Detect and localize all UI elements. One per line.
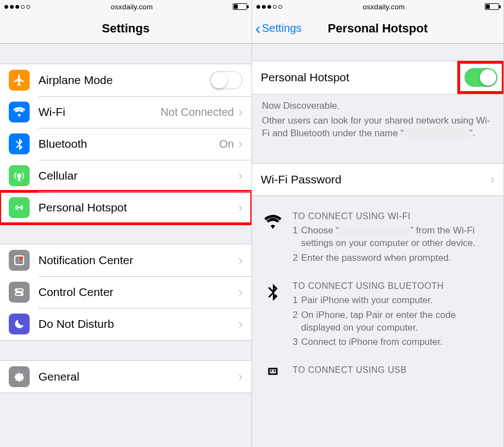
page-title: Settings — [102, 21, 150, 36]
discoverable-title: Now Discoverable. — [262, 100, 494, 113]
chevron-right-icon: › — [238, 369, 243, 384]
dnd-icon — [9, 314, 30, 334]
airplane-toggle[interactable] — [210, 71, 243, 90]
chevron-left-icon: ‹ — [255, 20, 261, 37]
chevron-right-icon: › — [238, 284, 243, 300]
settings-list: Airplane Mode Wi-Fi Not Connected › Blue… — [0, 44, 251, 447]
wifi-label: Wi-Fi — [38, 105, 65, 119]
svg-point-3 — [16, 289, 18, 291]
wifi-icon — [262, 211, 284, 267]
discoverable-text: Now Discoverable. Other users can look f… — [252, 94, 503, 143]
row-wifi-password[interactable]: Wi-Fi Password › — [252, 164, 503, 195]
chevron-right-icon: › — [238, 136, 243, 152]
chevron-right-icon: › — [490, 172, 495, 187]
battery-indicator — [485, 3, 499, 10]
nav-bar: Settings — [0, 13, 251, 44]
chevron-right-icon: › — [238, 316, 243, 332]
battery-indicator — [233, 3, 247, 10]
signal-strength — [4, 5, 31, 9]
hotspot-screen: osxdaily.com ‹ Settings Personal Hotspot… — [252, 0, 504, 447]
row-general[interactable]: General › — [0, 361, 251, 393]
instr-bt-step3: 3Connect to iPhone from computer. — [293, 336, 494, 349]
row-personal-hotspot[interactable]: Personal Hotspot › — [0, 192, 251, 223]
highlight-box — [457, 61, 503, 94]
svg-rect-8 — [273, 370, 275, 372]
instr-usb: TO CONNECT USING USB — [262, 365, 494, 385]
row-do-not-disturb[interactable]: Do Not Disturb › — [0, 308, 251, 340]
instructions: TO CONNECT USING WI-FI 1 Choose “” from … — [252, 211, 503, 385]
chevron-right-icon: › — [238, 253, 243, 268]
bluetooth-icon — [262, 281, 284, 351]
hotspot-toggle-label: Personal Hotspot — [261, 71, 349, 84]
instr-wifi-step2: 2Enter the password when prompted. — [293, 252, 494, 265]
svg-point-1 — [20, 256, 23, 260]
wifi-password-label: Wi-Fi Password — [261, 173, 341, 186]
redacted-name — [339, 226, 410, 235]
wifi-value: Not Connected — [161, 106, 234, 119]
row-airplane-mode[interactable]: Airplane Mode — [0, 64, 251, 96]
gear-icon — [9, 366, 30, 387]
hotspot-icon — [9, 197, 30, 218]
hotspot-label: Personal Hotspot — [38, 201, 127, 214]
notif-label: Notification Center — [38, 254, 133, 267]
row-wifi[interactable]: Wi-Fi Not Connected › — [0, 96, 251, 128]
status-bar: osxdaily.com — [0, 0, 251, 13]
cellular-icon — [9, 165, 30, 186]
status-url: osxdaily.com — [111, 3, 153, 11]
instr-wifi-step1: 1 Choose “” from the Wi-Fi settings on y… — [293, 225, 494, 250]
cellular-label: Cellular — [38, 169, 77, 182]
row-control-center[interactable]: Control Center › — [0, 276, 251, 308]
airplane-label: Airplane Mode — [38, 74, 113, 87]
notification-center-icon — [9, 250, 30, 271]
control-label: Control Center — [38, 286, 114, 299]
chevron-right-icon: › — [238, 200, 243, 215]
general-label: General — [38, 370, 80, 383]
status-url: osxdaily.com — [363, 3, 405, 11]
control-center-icon — [9, 282, 30, 303]
row-notification-center[interactable]: Notification Center › — [0, 244, 251, 276]
hotspot-content: Personal Hotspot Now Discoverable. Other… — [252, 44, 503, 447]
instr-bt-title: TO CONNECT USING BLUETOOTH — [293, 281, 494, 291]
airplane-icon — [9, 70, 30, 91]
status-bar: osxdaily.com — [252, 0, 503, 13]
instr-wifi: TO CONNECT USING WI-FI 1 Choose “” from … — [262, 211, 494, 267]
row-hotspot-toggle[interactable]: Personal Hotspot — [252, 61, 503, 94]
bluetooth-label: Bluetooth — [38, 137, 87, 150]
page-title: Personal Hotspot — [328, 21, 428, 36]
row-cellular[interactable]: Cellular › — [0, 160, 251, 192]
instr-bt-step1: 1Pair iPhone with your computer. — [293, 294, 494, 307]
instr-bt-step2: 2On iPhone, tap Pair or enter the code d… — [293, 309, 494, 334]
wifi-icon — [9, 102, 30, 122]
svg-rect-6 — [269, 369, 277, 375]
signal-strength — [256, 5, 283, 9]
chevron-right-icon: › — [238, 104, 243, 120]
bluetooth-value: On — [219, 138, 234, 150]
svg-point-5 — [20, 293, 22, 295]
instr-usb-title: TO CONNECT USING USB — [293, 365, 494, 375]
discoverable-body: Other users can look for your shared net… — [262, 115, 494, 140]
back-button[interactable]: ‹ Settings — [255, 20, 301, 37]
redacted-name — [404, 128, 469, 138]
back-label: Settings — [262, 22, 301, 35]
hotspot-toggle[interactable] — [464, 68, 497, 87]
row-bluetooth[interactable]: Bluetooth On › — [0, 128, 251, 160]
instr-wifi-title: TO CONNECT USING WI-FI — [293, 211, 494, 221]
svg-rect-7 — [271, 370, 272, 372]
usb-icon — [262, 365, 284, 385]
dnd-label: Do Not Disturb — [38, 317, 114, 331]
instr-bluetooth: TO CONNECT USING BLUETOOTH 1Pair iPhone … — [262, 281, 494, 351]
bluetooth-icon — [9, 133, 30, 154]
settings-screen: osxdaily.com Settings Airplane Mode — [0, 0, 252, 447]
nav-bar: ‹ Settings Personal Hotspot — [252, 13, 503, 44]
chevron-right-icon: › — [238, 168, 243, 183]
